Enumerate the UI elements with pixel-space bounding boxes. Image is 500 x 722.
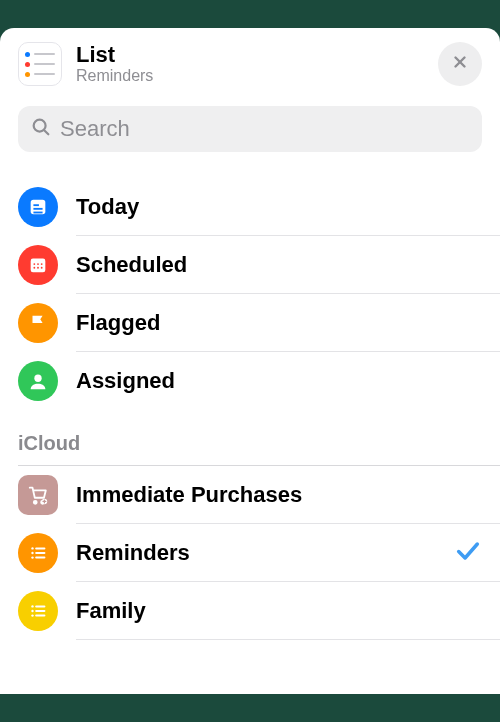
svg-rect-6 (33, 208, 42, 210)
svg-point-27 (31, 610, 33, 612)
svg-rect-5 (33, 204, 39, 206)
smart-list-label: Today (76, 194, 482, 220)
svg-point-25 (31, 605, 33, 607)
svg-line-3 (44, 130, 48, 134)
svg-point-9 (33, 263, 35, 265)
search-input[interactable] (60, 116, 470, 142)
search-field[interactable] (18, 106, 482, 152)
smart-list-label: Assigned (76, 368, 482, 394)
list-label: Immediate Purchases (76, 482, 482, 508)
title-block: List Reminders (76, 42, 424, 86)
sheet-header: List Reminders (18, 42, 482, 86)
today-icon (18, 187, 58, 227)
icloud-lists-group: Immediate Purchases Reminders (18, 466, 482, 640)
flag-icon (18, 303, 58, 343)
section-header-icloud: iCloud (18, 432, 482, 455)
svg-rect-7 (33, 212, 42, 214)
checkmark-icon (454, 537, 482, 569)
svg-point-29 (31, 614, 33, 616)
svg-rect-8 (31, 259, 46, 273)
list-label: Family (76, 598, 482, 624)
svg-point-14 (41, 267, 43, 269)
list-row[interactable]: Family (18, 582, 482, 640)
svg-point-10 (37, 263, 39, 265)
list-icon (18, 533, 58, 573)
svg-point-12 (33, 267, 35, 269)
close-icon (451, 53, 469, 75)
smart-list-assigned[interactable]: Assigned (18, 352, 482, 410)
person-icon (18, 361, 58, 401)
svg-point-11 (41, 263, 43, 265)
svg-point-13 (37, 267, 39, 269)
smart-list-today[interactable]: Today (18, 178, 482, 236)
smart-list-flagged[interactable]: Flagged (18, 294, 482, 352)
search-icon (30, 116, 52, 142)
cart-icon (18, 475, 58, 515)
smart-lists-group: Today Scheduled Flagged Assigned (18, 178, 482, 410)
smart-list-label: Scheduled (76, 252, 482, 278)
svg-point-23 (31, 556, 33, 558)
svg-point-21 (31, 552, 33, 554)
list-row[interactable]: Reminders (18, 524, 482, 582)
list-icon (18, 591, 58, 631)
svg-point-19 (31, 547, 33, 549)
close-button[interactable] (438, 42, 482, 86)
svg-point-16 (34, 501, 37, 504)
sheet-title: List (76, 42, 424, 67)
smart-list-label: Flagged (76, 310, 482, 336)
list-row[interactable]: Immediate Purchases (18, 466, 482, 524)
svg-point-15 (34, 375, 41, 382)
reminders-app-icon (18, 42, 62, 86)
list-picker-sheet: List Reminders Today (0, 28, 500, 694)
smart-list-scheduled[interactable]: Scheduled (18, 236, 482, 294)
list-label: Reminders (76, 540, 436, 566)
calendar-icon (18, 245, 58, 285)
sheet-subtitle: Reminders (76, 67, 424, 85)
